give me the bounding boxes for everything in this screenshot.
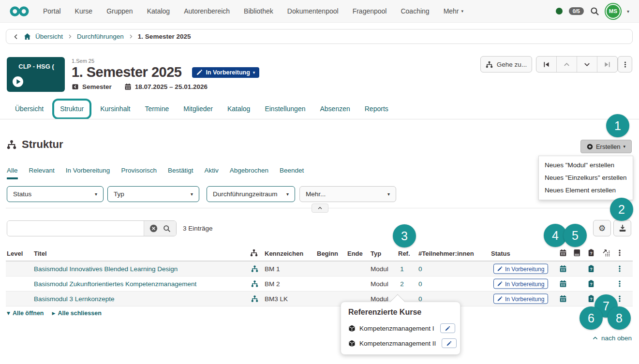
col-header-more-icon[interactable]: [616, 249, 624, 257]
tab-reports[interactable]: Reports: [357, 105, 396, 113]
hierarchy-icon[interactable]: [251, 295, 258, 303]
table-row[interactable]: Basismodul Innovatives Blended Learning …: [6, 262, 633, 277]
task-counter-badge[interactable]: 0/5: [569, 7, 584, 15]
table-settings-gear-button[interactable]: ⚙: [593, 220, 611, 236]
col-header-kennzeichen[interactable]: Kennzeichen: [265, 250, 303, 257]
create-button[interactable]: Erstellen ▾: [580, 140, 632, 153]
col-header-typ[interactable]: Typ: [371, 250, 381, 257]
filter-tab-beendet[interactable]: Beendet: [280, 167, 304, 174]
tab-absenzen[interactable]: Absenzen: [312, 105, 357, 113]
col-header-beginn[interactable]: Beginn: [317, 250, 338, 257]
goto-button[interactable]: Gehe zu...: [480, 56, 532, 73]
nav-item-gruppen[interactable]: Gruppen: [106, 7, 133, 15]
first-record-button[interactable]: [536, 57, 556, 72]
breadcrumb-uebersicht[interactable]: Übersicht: [35, 33, 63, 40]
next-record-button[interactable]: [577, 57, 597, 72]
tab-termine[interactable]: Termine: [137, 105, 176, 113]
filter-tab-in-vorbereitung[interactable]: In Vorbereitung: [66, 167, 110, 174]
filter-tab-relevant[interactable]: Relevant: [29, 167, 55, 174]
row-title-link[interactable]: Basismodul 3 Lernkonzepte: [34, 295, 115, 303]
nav-item-coaching[interactable]: Coaching: [401, 7, 429, 15]
nav-item-kurse[interactable]: Kurse: [75, 7, 93, 15]
nav-item-fragenpool[interactable]: Fragenpool: [353, 7, 387, 15]
filter-tab-provisorisch[interactable]: Provisorisch: [121, 167, 157, 174]
home-icon[interactable]: [24, 33, 31, 40]
avatar[interactable]: MS: [606, 4, 621, 19]
row-teilnehmer-link[interactable]: 0: [418, 265, 422, 273]
nav-item-bibliothek[interactable]: Bibliothek: [244, 7, 273, 15]
course-thumbnail-tile[interactable]: CLP - HSG (: [7, 57, 65, 92]
nav-item-dokumentenpool[interactable]: Dokumentenpool: [287, 7, 339, 15]
nav-item-katalog[interactable]: Katalog: [147, 7, 170, 15]
search-submit-icon[interactable]: [163, 225, 171, 233]
search-icon[interactable]: [590, 7, 599, 16]
play-icon[interactable]: [12, 76, 24, 87]
tab-mitglieder[interactable]: Mitglieder: [176, 105, 220, 113]
col-header-ende[interactable]: Ende: [347, 250, 363, 257]
row-more-icon[interactable]: [616, 265, 624, 273]
collapse-filters-button[interactable]: [312, 204, 328, 213]
tab-struktur[interactable]: Struktur: [54, 105, 89, 113]
filter-tab-bestaetigt[interactable]: Bestätigt: [168, 167, 193, 174]
menu-item-neues-einzelkurs[interactable]: Neues "Einzelkurs" erstellen: [539, 172, 633, 184]
row-ref-link[interactable]: 1: [398, 265, 406, 273]
table-row[interactable]: Basismodul 3 Lernkonzepte BM3 LK Modul 0…: [6, 291, 633, 306]
col-header-workflow-icon[interactable]: [602, 249, 610, 257]
filter-tab-abgebrochen[interactable]: Abgebrochen: [230, 167, 268, 174]
row-clipboard-question-icon[interactable]: [587, 280, 595, 288]
back-chevron-icon[interactable]: [13, 33, 19, 40]
status-filter-dropdown[interactable]: Status▾: [7, 186, 104, 202]
menu-item-neues-modul[interactable]: Neues "Modul" erstellen: [539, 159, 633, 172]
row-teilnehmer-link[interactable]: 0: [418, 280, 422, 288]
edit-course-button[interactable]: [442, 338, 457, 348]
nav-item-autorenbereich[interactable]: Autorenbereich: [184, 7, 230, 15]
nav-item-portal[interactable]: Portal: [43, 7, 61, 15]
col-header-calendar-icon[interactable]: [559, 249, 567, 257]
filter-tab-aktiv[interactable]: Aktiv: [204, 167, 218, 174]
hierarchy-icon[interactable]: [251, 265, 258, 273]
back-to-top-link[interactable]: nach oben: [592, 335, 632, 342]
table-row[interactable]: Basismodul Zukunftorientiertes Kompetenz…: [6, 277, 633, 291]
row-ref-link[interactable]: 2: [398, 280, 406, 288]
col-header-teilnehmer[interactable]: #Teilnehmer:innen: [418, 250, 474, 257]
typ-filter-dropdown[interactable]: Typ▾: [107, 186, 199, 202]
expand-all-link[interactable]: ▼Alle öffnen: [7, 310, 44, 317]
nav-item-mehr[interactable]: Mehr▾: [444, 7, 463, 15]
row-clipboard-question-icon[interactable]: [587, 295, 595, 303]
brand-logo-infinity-icon[interactable]: [10, 5, 29, 17]
row-status-badge[interactable]: In Vorbereitung: [493, 279, 548, 289]
row-status-badge[interactable]: In Vorbereitung: [493, 264, 548, 274]
tab-katalog[interactable]: Katalog: [220, 105, 257, 113]
zeitraum-filter-dropdown[interactable]: Durchführungzeitraum▾: [207, 186, 295, 202]
col-header-status[interactable]: Status: [491, 250, 510, 257]
mehr-filter-dropdown[interactable]: Mehr...▾: [299, 186, 396, 202]
col-header-book-icon[interactable]: [573, 249, 581, 257]
row-clipboard-question-icon[interactable]: [587, 265, 595, 273]
tab-uebersicht[interactable]: Übersicht: [8, 105, 51, 113]
tab-einstellungen[interactable]: Einstellungen: [257, 105, 312, 113]
tab-kursinhalt[interactable]: Kursinhalt: [93, 105, 137, 113]
col-header-level[interactable]: Level: [7, 250, 23, 257]
col-header-ref[interactable]: Ref.: [398, 250, 410, 257]
search-input[interactable]: [7, 221, 144, 236]
menu-item-neues-element[interactable]: Neues Element erstellen: [539, 184, 633, 197]
row-more-icon[interactable]: [616, 280, 624, 288]
collapse-all-link[interactable]: ▶Alle schliessen: [52, 310, 102, 317]
row-title-link[interactable]: Basismodul Zukunftorientiertes Kompetenz…: [34, 280, 196, 288]
status-dropdown-badge[interactable]: In Vorbereitung ▾: [192, 67, 259, 78]
filter-tab-alle[interactable]: Alle: [7, 167, 18, 174]
row-status-badge[interactable]: In Vorbereitung: [493, 294, 548, 304]
previous-record-button[interactable]: [556, 57, 577, 72]
col-header-hierarchy-icon[interactable]: [250, 249, 258, 257]
hierarchy-icon[interactable]: [251, 280, 258, 288]
breadcrumb-durchfuehrungen[interactable]: Durchführungen: [77, 33, 124, 40]
row-calendar-icon[interactable]: [559, 265, 567, 273]
col-header-titel[interactable]: Titel: [34, 250, 47, 257]
edit-course-button[interactable]: [440, 323, 455, 333]
header-more-actions-button[interactable]: [618, 56, 632, 73]
col-header-clipboard-question-icon[interactable]: [587, 249, 595, 257]
clear-search-icon[interactable]: [149, 224, 158, 233]
last-record-button[interactable]: [597, 57, 617, 72]
row-title-link[interactable]: Basismodul Innovatives Blended Learning …: [34, 265, 178, 273]
row-calendar-icon[interactable]: [559, 295, 567, 303]
